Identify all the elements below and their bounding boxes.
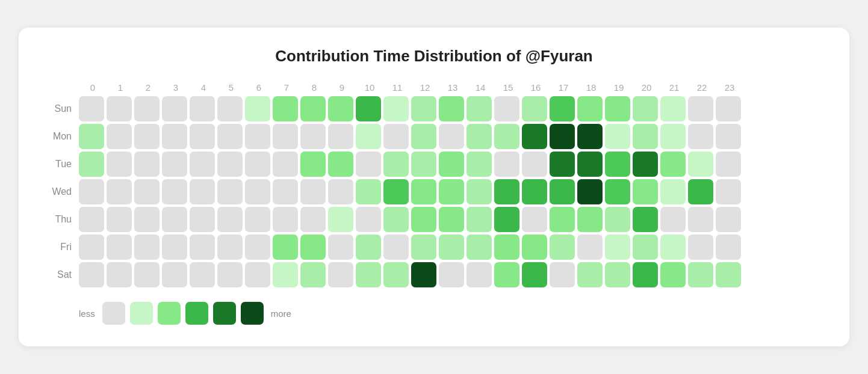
cell	[356, 179, 381, 204]
cell	[522, 179, 547, 204]
cell	[660, 207, 686, 232]
cell	[134, 207, 160, 232]
cell	[467, 262, 492, 287]
cell	[79, 235, 104, 260]
cell	[162, 179, 187, 204]
cell	[107, 235, 132, 260]
legend-cell-1	[130, 302, 153, 325]
cell	[660, 152, 686, 177]
cell	[273, 262, 298, 287]
day-label-thu: Thu	[43, 214, 79, 225]
cell	[300, 152, 326, 177]
cells-wed	[79, 179, 741, 204]
hour-label: 7	[273, 82, 300, 93]
cell	[716, 235, 741, 260]
cell	[328, 207, 353, 232]
cell	[494, 96, 519, 121]
cell	[688, 96, 713, 121]
cell	[633, 235, 658, 260]
day-label-sat: Sat	[43, 269, 79, 280]
cell	[660, 179, 686, 204]
chart-title: Contribution Time Distribution of @Fyura…	[43, 47, 825, 66]
cell	[107, 179, 132, 204]
grid-rows: SunMonTueWedThuFriSat	[43, 96, 825, 287]
hour-label: 1	[107, 82, 134, 93]
cell	[660, 124, 686, 149]
cell	[162, 262, 187, 287]
cell	[716, 262, 741, 287]
cell	[383, 262, 409, 287]
cell	[383, 235, 409, 260]
cell	[328, 262, 353, 287]
cells-sun	[79, 96, 741, 121]
cell	[467, 152, 492, 177]
day-label-mon: Mon	[43, 131, 79, 142]
cell	[300, 179, 326, 204]
cells-fri	[79, 235, 741, 260]
cell	[79, 179, 104, 204]
day-label-sun: Sun	[43, 103, 79, 114]
cell	[245, 235, 270, 260]
cell	[328, 179, 353, 204]
cell	[300, 207, 326, 232]
hour-label: 11	[383, 82, 411, 93]
cell	[716, 207, 741, 232]
cell	[328, 152, 353, 177]
cell	[467, 179, 492, 204]
cell	[633, 207, 658, 232]
legend: lessmore	[79, 302, 825, 325]
legend-cell-0	[102, 302, 125, 325]
day-row-sat: Sat	[43, 262, 825, 287]
legend-cell-3	[185, 302, 208, 325]
cell	[550, 262, 575, 287]
cell	[107, 124, 132, 149]
cell	[383, 179, 409, 204]
cell	[383, 96, 409, 121]
cell	[494, 207, 519, 232]
day-row-fri: Fri	[43, 235, 825, 260]
cell	[356, 262, 381, 287]
cell	[300, 262, 326, 287]
cells-mon	[79, 124, 741, 149]
day-row-mon: Mon	[43, 124, 825, 149]
cell	[190, 262, 215, 287]
cell	[550, 152, 575, 177]
cell	[577, 235, 603, 260]
cell	[439, 96, 464, 121]
hour-label: 6	[245, 82, 273, 93]
day-row-sun: Sun	[43, 96, 825, 121]
legend-cell-5	[241, 302, 264, 325]
cell	[467, 207, 492, 232]
cell	[577, 207, 603, 232]
cell	[134, 235, 160, 260]
cell	[550, 179, 575, 204]
cell	[79, 124, 104, 149]
cell	[688, 262, 713, 287]
hour-label: 23	[716, 82, 743, 93]
cell	[439, 207, 464, 232]
cell	[439, 179, 464, 204]
cell	[134, 124, 160, 149]
cell	[522, 207, 547, 232]
cell	[605, 124, 630, 149]
cell	[522, 235, 547, 260]
hour-label: 12	[411, 82, 439, 93]
cell	[688, 207, 713, 232]
cell	[217, 96, 243, 121]
cell	[79, 262, 104, 287]
hour-label: 22	[688, 82, 716, 93]
cell	[688, 124, 713, 149]
cell	[716, 96, 741, 121]
cell	[411, 235, 436, 260]
cell	[494, 179, 519, 204]
legend-cell-2	[158, 302, 181, 325]
cell	[550, 124, 575, 149]
hour-label: 9	[328, 82, 356, 93]
hour-label: 8	[300, 82, 328, 93]
cell	[439, 235, 464, 260]
cell	[522, 262, 547, 287]
cell	[494, 262, 519, 287]
cell	[190, 96, 215, 121]
hour-label: 10	[356, 82, 383, 93]
cell	[217, 179, 243, 204]
